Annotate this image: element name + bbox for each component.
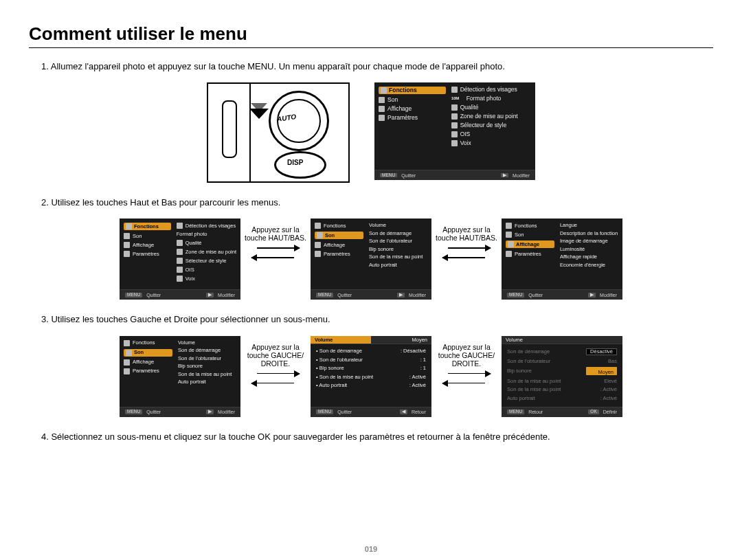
lcd-3a: Fonctions Son Affichage Paramètres Volum… — [120, 336, 240, 417]
step-2: 2. Utilisez les touches Haut et Bas pour… — [41, 197, 713, 209]
step1-figures: AUTO Fonctions Son Affichage Paramètres … — [29, 82, 713, 183]
lcd-3c: Volume Son de démarrageDésactivé Son de … — [502, 336, 622, 417]
step-1: 1. Allumez l'appareil photo et appuyez s… — [41, 60, 713, 73]
menu-fonctions-selected: Fonctions — [379, 87, 446, 94]
menu-parametres: Paramètres — [379, 115, 446, 121]
page-title: Comment utiliser le menu — [29, 23, 713, 45]
lcd-3c-list: Son de démarrageDésactivé Son de l'obtur… — [502, 344, 622, 407]
arrow-right-icon — [251, 245, 300, 251]
check-icon — [589, 367, 596, 374]
camera-diagram: AUTO — [207, 82, 350, 183]
page-number: 019 — [0, 545, 742, 553]
lcd-footer: MENUQuitter ▶Modifier — [374, 170, 535, 180]
sound-icon — [379, 97, 385, 103]
menu-affichage: Affichage — [379, 106, 446, 112]
lcd-2c: Fonctions Son Affichage Paramètres Langu… — [502, 219, 622, 300]
connector-updown-1: Appuyez sur la touche HAUT/BAS. — [240, 219, 311, 261]
display-icon — [379, 106, 385, 112]
camera-icon — [381, 87, 387, 93]
connector-lr-1: Appuyez sur la touche GAUCHE/ DROITE. — [240, 336, 311, 387]
menu-son: Son — [379, 97, 446, 103]
step-4: 4. Sélectionnez un sous-menu et cliquez … — [41, 431, 713, 443]
lcd-step1: Fonctions Son Affichage Paramètres Détec… — [374, 82, 535, 180]
lcd-3b-list: • Son de démarrage: Désactivé • Son de l… — [311, 344, 431, 407]
arrow-left-icon — [251, 254, 300, 261]
connector-lr-2: Appuyez sur la touche GAUCHE/ DROITE. — [431, 336, 502, 387]
step3-figures: Fonctions Son Affichage Paramètres Volum… — [29, 336, 713, 417]
step2-figures: Fonctions Son Affichage Paramètres Détec… — [29, 219, 713, 300]
lcd-2a: Fonctions Son Affichage Paramètres Détec… — [120, 219, 240, 300]
step-3: 3. Utilisez les touches Gauche et Droite… — [41, 313, 713, 326]
gear-icon — [379, 115, 385, 121]
connector-updown-2: Appuyez sur la touche HAUT/BAS. — [431, 219, 502, 261]
lcd-3b: Volume Moyen • Son de démarrage: Désacti… — [311, 336, 431, 417]
title-rule — [29, 47, 713, 48]
lcd-2b: Fonctions Son Affichage Paramètres Volum… — [311, 219, 431, 300]
